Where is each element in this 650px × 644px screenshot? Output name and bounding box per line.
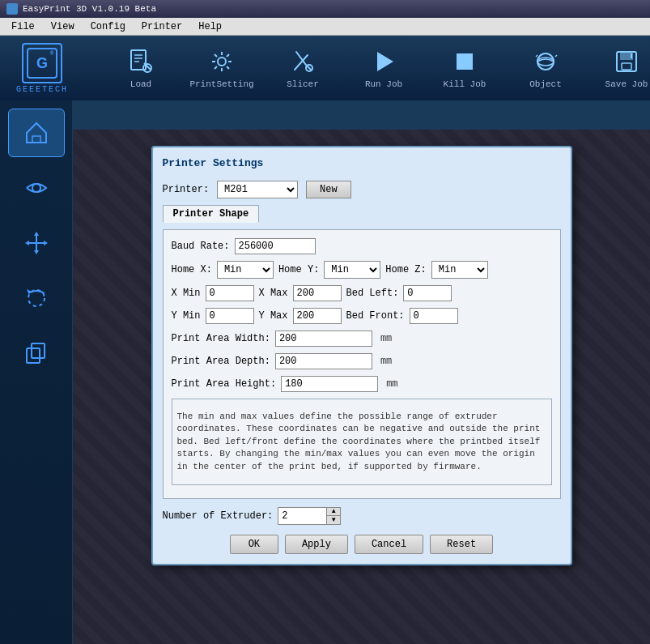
sidebar-item-rotate[interactable] xyxy=(8,274,65,322)
menu-config[interactable]: Config xyxy=(83,19,134,34)
main-content: Printer Settings Printer: M201 M202 M203… xyxy=(73,130,650,644)
logo-icon: G ® xyxy=(22,43,62,83)
svg-point-26 xyxy=(32,184,40,192)
y-min-input[interactable] xyxy=(206,308,254,324)
y-max-label: Y Max xyxy=(259,310,288,322)
menu-file[interactable]: File xyxy=(3,19,43,34)
toolbar-runjob[interactable]: Run Job xyxy=(359,47,408,89)
sidebar-item-copy[interactable] xyxy=(8,329,65,377)
yminmax-row: Y Min Y Max Bed Front: xyxy=(172,308,552,324)
toolbar-killjob[interactable]: Kill Job xyxy=(440,47,489,89)
slicer-icon xyxy=(288,47,317,76)
savejob-icon xyxy=(612,47,641,76)
print-area-depth-label: Print Area Depth: xyxy=(172,356,270,367)
home-x-label: Home X: xyxy=(172,264,212,275)
bed-left-input[interactable] xyxy=(403,285,452,301)
title-bar: EasyPrint 3D V1.0.19 Beta xyxy=(0,0,650,18)
home-y-select[interactable]: MinMax0 xyxy=(324,261,380,279)
dialog-title: Printer Settings xyxy=(163,157,561,173)
app-icon xyxy=(6,3,18,15)
svg-rect-16 xyxy=(622,63,631,70)
menu-help[interactable]: Help xyxy=(190,19,230,34)
print-area-depth-input[interactable] xyxy=(275,353,372,369)
description-text: The min and max values define the possib… xyxy=(177,411,546,473)
baud-rate-input[interactable] xyxy=(235,238,316,254)
apply-button[interactable]: Apply xyxy=(285,535,348,554)
printsetting-icon xyxy=(207,47,236,76)
sidebar-item-view[interactable] xyxy=(8,164,65,212)
ok-button[interactable]: OK xyxy=(230,535,278,554)
print-area-depth-unit: mm xyxy=(380,356,392,367)
print-depth-row: Print Area Depth: mm xyxy=(172,353,552,369)
svg-point-8 xyxy=(218,58,226,66)
svg-point-12 xyxy=(537,53,554,70)
sub-toolbar xyxy=(0,100,650,130)
spinner-down-button[interactable]: ▼ xyxy=(327,516,340,524)
reset-button[interactable]: Reset xyxy=(430,535,493,554)
print-area-width-label: Print Area Width: xyxy=(172,333,270,344)
menu-printer[interactable]: Printer xyxy=(134,19,190,34)
toolbar-load[interactable]: Load xyxy=(117,47,165,89)
sidebar xyxy=(0,100,73,644)
tab-printer-shape[interactable]: Printer Shape xyxy=(163,205,260,223)
xminmax-row: X Min X Max Bed Left: xyxy=(172,285,552,301)
x-min-input[interactable] xyxy=(206,285,254,301)
printer-select[interactable]: M201 M202 M203 xyxy=(217,181,298,198)
menu-view[interactable]: View xyxy=(43,19,83,34)
cancel-button[interactable]: Cancel xyxy=(355,535,423,554)
extruder-label: Number of Extruder: xyxy=(163,510,274,522)
svg-marker-29 xyxy=(34,232,39,236)
x-max-input[interactable] xyxy=(293,285,342,301)
home-z-select[interactable]: MinMax0 xyxy=(431,261,488,279)
svg-marker-32 xyxy=(44,241,48,245)
bed-front-label: Bed Front: xyxy=(346,310,405,322)
toolbar-object[interactable]: Object xyxy=(521,47,570,89)
toolbar-printsetting[interactable]: PrintSetting xyxy=(198,47,246,89)
svg-text:®: ® xyxy=(50,50,54,57)
printer-row: Printer: M201 M202 M203 New xyxy=(163,181,561,198)
sidebar-item-move[interactable] xyxy=(8,219,65,267)
home-x-select[interactable]: MinMax0 xyxy=(217,261,274,279)
baud-rate-label: Baud Rate: xyxy=(172,241,230,252)
svg-point-7 xyxy=(143,64,151,72)
logo: G ® GEEETECH xyxy=(16,43,68,94)
printer-settings-dialog: Printer Settings Printer: M201 M202 M203… xyxy=(151,146,572,565)
slicer-label: Slicer xyxy=(287,79,319,89)
sidebar-item-home[interactable] xyxy=(8,109,65,157)
x-min-label: X Min xyxy=(172,288,201,299)
killjob-icon xyxy=(450,47,479,76)
baud-rate-row: Baud Rate: xyxy=(172,238,552,254)
load-label: Load xyxy=(130,79,151,89)
y-min-label: Y Min xyxy=(172,310,201,322)
home-z-label: Home Z: xyxy=(385,264,426,275)
svg-rect-11 xyxy=(457,53,473,70)
extruder-input[interactable] xyxy=(278,507,326,525)
extruder-spinner: ▲ ▼ xyxy=(278,507,341,525)
toolbar-slicer[interactable]: Slicer xyxy=(278,47,327,89)
svg-rect-36 xyxy=(32,343,45,358)
svg-rect-35 xyxy=(27,348,40,363)
spinner-up-button[interactable]: ▲ xyxy=(327,508,340,516)
svg-text:G: G xyxy=(36,55,48,71)
x-max-label: X Max xyxy=(259,288,288,299)
savejob-label: Save Job xyxy=(605,79,648,89)
print-area-height-input[interactable] xyxy=(281,376,378,392)
svg-marker-10 xyxy=(377,52,393,71)
new-button[interactable]: New xyxy=(306,181,351,198)
bed-left-label: Bed Left: xyxy=(346,288,399,299)
toolbar-savejob[interactable]: Save Job xyxy=(602,47,650,89)
print-area-width-input[interactable] xyxy=(275,331,372,347)
bed-front-input[interactable] xyxy=(410,308,458,324)
svg-rect-25 xyxy=(32,136,40,143)
description-area: The min and max values define the possib… xyxy=(172,399,552,485)
home-row: Home X: MinMax0 Home Y: MinMax0 Home Z: … xyxy=(172,261,552,279)
logo-text: GEEETECH xyxy=(16,85,68,94)
object-icon xyxy=(531,47,560,76)
runjob-icon xyxy=(369,47,398,76)
app-title: EasyPrint 3D V1.0.19 Beta xyxy=(23,4,156,14)
load-icon xyxy=(126,47,155,76)
y-max-input[interactable] xyxy=(293,308,342,324)
printer-label: Printer: xyxy=(163,184,210,195)
object-label: Object xyxy=(529,79,562,89)
tab-row: Printer Shape xyxy=(163,205,561,223)
